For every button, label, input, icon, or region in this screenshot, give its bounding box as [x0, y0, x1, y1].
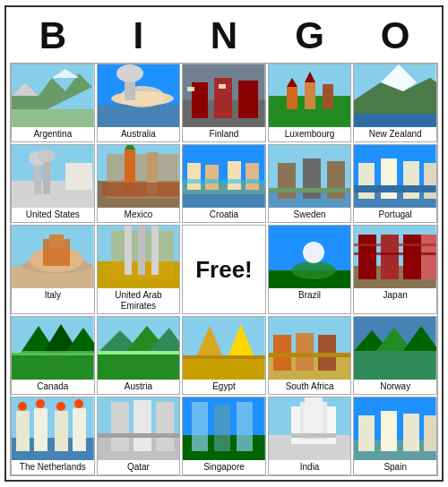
bingo-cell-unitedstates: United States [11, 144, 95, 223]
cell-image-japan [354, 226, 436, 288]
cell-label-sweden: Sweden [269, 208, 351, 222]
cell-image-singapore [183, 397, 265, 460]
svg-rect-21 [305, 82, 315, 109]
svg-rect-62 [424, 163, 436, 199]
svg-rect-102 [183, 357, 265, 380]
cell-label-mexico: Mexico [98, 208, 180, 222]
bingo-cell-italy: Italy [11, 225, 95, 314]
svg-rect-148 [403, 414, 419, 451]
svg-rect-54 [303, 158, 321, 199]
svg-rect-113 [354, 351, 436, 380]
bingo-cell-finland: Finland [182, 64, 266, 142]
cell-label-finland: Finland [183, 127, 265, 141]
svg-point-34 [38, 150, 56, 162]
cell-image-finland [183, 64, 265, 127]
svg-rect-14 [214, 78, 232, 118]
bingo-letter-b: B [13, 14, 92, 57]
cell-image-luxembourg [269, 64, 351, 127]
bingo-card: BINGO ArgentinaAustraliaFinlandLuxembour… [4, 5, 444, 482]
cell-image-mexico [98, 145, 180, 208]
bingo-cell-netherlands: The Netherlands [11, 397, 95, 475]
cell-image-netherlands [12, 397, 94, 460]
cell-label-uae: United Arab Emirates [98, 288, 180, 313]
svg-rect-50 [183, 179, 265, 184]
svg-rect-94 [12, 351, 94, 355]
svg-rect-17 [219, 84, 226, 89]
svg-rect-28 [354, 114, 436, 127]
svg-rect-83 [358, 235, 376, 279]
cell-image-egypt [183, 317, 265, 380]
svg-rect-75 [151, 226, 159, 275]
free-label: Free! [195, 242, 253, 298]
bingo-cell-canada: Canada [11, 316, 95, 395]
bingo-letter-n: N [185, 14, 263, 57]
svg-rect-74 [138, 226, 145, 275]
bingo-cell-newzealand: New Zealand [353, 64, 437, 142]
svg-rect-105 [183, 355, 265, 359]
svg-point-123 [18, 402, 27, 411]
svg-rect-49 [246, 163, 259, 190]
svg-point-10 [116, 64, 143, 82]
bingo-cell-singapore: Singapore [182, 397, 266, 475]
svg-rect-16 [187, 87, 194, 91]
cell-label-netherlands: The Netherlands [12, 460, 94, 474]
svg-rect-56 [269, 188, 351, 192]
cell-image-qatar [98, 397, 180, 460]
cell-image-croatia [183, 145, 265, 208]
cell-label-italy: Italy [12, 288, 94, 303]
cell-label-croatia: Croatia [183, 208, 265, 222]
cell-label-brazil: Brazil [269, 288, 351, 303]
bingo-letter-g: G [271, 14, 349, 57]
svg-rect-111 [269, 353, 351, 357]
svg-rect-42 [102, 183, 180, 196]
bingo-cell-croatia: Croatia [182, 144, 266, 223]
svg-rect-136 [214, 405, 230, 451]
svg-rect-15 [238, 81, 258, 118]
svg-rect-146 [358, 415, 375, 451]
svg-rect-129 [111, 402, 129, 451]
svg-rect-122 [73, 408, 86, 451]
bingo-cell-uae: United Arab Emirates [97, 225, 181, 314]
cell-image-italy [12, 226, 94, 288]
svg-rect-96 [98, 353, 180, 380]
svg-rect-147 [381, 411, 397, 451]
svg-rect-60 [381, 158, 397, 199]
svg-rect-135 [192, 402, 208, 451]
svg-point-78 [291, 261, 336, 279]
cell-label-argentina: Argentina [12, 127, 94, 141]
svg-rect-84 [381, 235, 399, 279]
svg-rect-73 [125, 226, 132, 275]
cell-image-argentina [12, 64, 94, 127]
svg-rect-53 [278, 163, 296, 199]
cell-label-norway: Norway [354, 380, 436, 394]
svg-rect-100 [98, 351, 180, 355]
bingo-cell-argentina: Argentina [11, 64, 95, 142]
svg-rect-35 [65, 163, 92, 190]
bingo-cell-japan: Japan [353, 225, 437, 314]
svg-rect-2 [12, 109, 94, 127]
svg-rect-121 [55, 411, 68, 451]
svg-rect-88 [354, 252, 436, 255]
svg-rect-120 [34, 408, 47, 451]
bingo-cell-luxembourg: Luxembourg [268, 64, 352, 142]
cell-label-india: India [269, 460, 351, 474]
svg-rect-90 [12, 353, 94, 380]
svg-rect-109 [296, 333, 314, 371]
bingo-cell-southafrica: South Africa [268, 316, 352, 395]
cell-image-australia [98, 64, 180, 127]
svg-rect-130 [134, 400, 151, 451]
cell-label-australia: Australia [98, 127, 180, 141]
svg-rect-69 [49, 235, 64, 248]
cell-label-portugal: Portugal [354, 208, 436, 222]
svg-rect-131 [156, 402, 174, 451]
svg-rect-87 [354, 244, 436, 246]
bingo-cell-india: India [268, 397, 352, 475]
svg-rect-6 [98, 105, 180, 127]
bingo-letter-i: I [99, 14, 177, 57]
svg-rect-20 [287, 87, 297, 109]
svg-rect-48 [228, 161, 241, 190]
bingo-cell-australia: Australia [97, 64, 181, 142]
svg-rect-61 [403, 161, 419, 199]
svg-point-80 [306, 244, 322, 261]
bingo-grid: ArgentinaAustraliaFinlandLuxembourgNew Z… [10, 63, 438, 476]
